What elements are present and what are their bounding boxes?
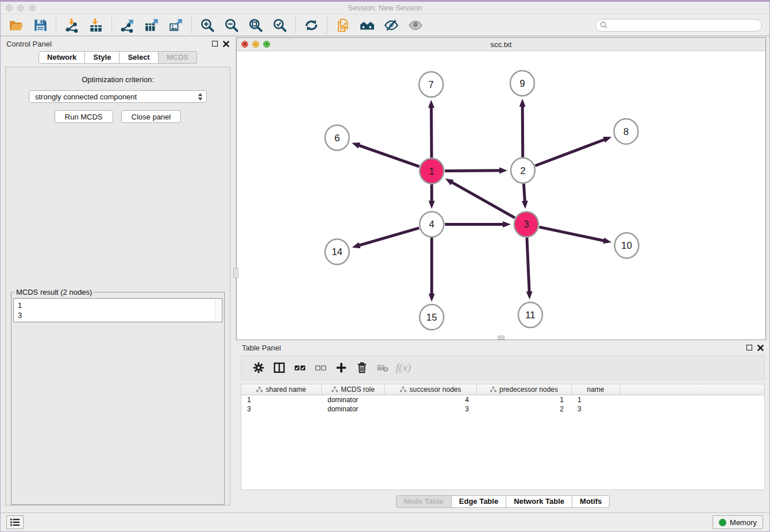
graph-node-10[interactable]: 10 xyxy=(615,233,639,258)
graph-edge-arrow xyxy=(526,291,533,299)
panel-splitter-grip[interactable] xyxy=(233,268,238,278)
graph-node-6[interactable]: 6 xyxy=(325,125,349,151)
graph-edge-4-14[interactable] xyxy=(359,228,419,246)
graph-edge-2-9[interactable] xyxy=(522,106,523,157)
column-header-MCDS-role[interactable]: MCDS role xyxy=(322,384,385,395)
graph-node-15[interactable]: 15 xyxy=(419,304,444,330)
table-cell[interactable]: 3 xyxy=(572,404,620,414)
search-input[interactable] xyxy=(610,21,753,29)
graph-node-7[interactable]: 7 xyxy=(419,72,443,97)
graph-node-3[interactable]: 3 xyxy=(514,211,538,237)
graph-node-4[interactable]: 4 xyxy=(419,211,444,237)
import-table-icon[interactable] xyxy=(87,17,105,34)
table-cell[interactable]: dominator xyxy=(322,395,385,404)
select-all-checks-icon[interactable] xyxy=(290,358,310,377)
deselect-all-checks-icon[interactable] xyxy=(310,358,331,377)
table-cell[interactable]: dominator xyxy=(322,404,385,414)
tab-mcds[interactable]: MCDS xyxy=(159,51,197,64)
table-cell[interactable]: 4 xyxy=(385,395,477,404)
mcds-result-line: 1 xyxy=(18,300,218,310)
tab-network-table[interactable]: Network Table xyxy=(506,495,572,508)
open-session-icon[interactable] xyxy=(7,17,25,34)
tab-node-table[interactable]: Node Table xyxy=(396,495,452,508)
column-header-predecessor-nodes[interactable]: predecessor nodes xyxy=(477,384,572,395)
close-panel-button[interactable]: Close panel xyxy=(121,110,182,123)
apply-layout-icon[interactable] xyxy=(302,17,321,34)
task-history-button[interactable] xyxy=(6,515,24,529)
graph-edge-3-10[interactable] xyxy=(539,227,605,241)
close-table-panel-icon[interactable] xyxy=(757,345,764,351)
table-cell[interactable]: 1 xyxy=(477,395,572,404)
search-icon xyxy=(600,21,607,29)
table-cell[interactable]: 1 xyxy=(241,395,322,404)
home-views-icon[interactable] xyxy=(358,17,376,34)
graph-edge-1-6[interactable] xyxy=(358,145,419,167)
tab-network[interactable]: Network xyxy=(38,51,85,64)
show-all-eye-icon[interactable] xyxy=(406,17,425,34)
function-builder-icon[interactable]: f(x) xyxy=(393,358,414,377)
export-network-icon[interactable] xyxy=(118,17,137,34)
zoom-fit-icon[interactable] xyxy=(247,17,265,34)
columns-icon[interactable] xyxy=(269,358,290,377)
save-session-icon[interactable] xyxy=(31,17,49,34)
tab-edge-table[interactable]: Edge Table xyxy=(452,495,506,508)
column-header-successor-nodes[interactable]: successor nodes xyxy=(385,384,477,395)
graph-edge-1-2[interactable] xyxy=(445,171,500,171)
graph-edge-1-7[interactable] xyxy=(432,107,432,158)
graph-node-14[interactable]: 14 xyxy=(325,239,349,264)
table-cell[interactable]: 1 xyxy=(572,395,620,404)
close-panel-icon[interactable] xyxy=(223,41,229,47)
network-canvas[interactable]: 7968124314101511 xyxy=(237,51,765,340)
float-panel-icon[interactable] xyxy=(212,41,218,47)
tab-motifs[interactable]: Motifs xyxy=(572,495,610,508)
table-cell[interactable]: 3 xyxy=(241,404,322,414)
canvas-resize-grip[interactable] xyxy=(498,336,505,340)
memory-button[interactable]: Memory xyxy=(713,515,763,529)
graph-edge-3-11[interactable] xyxy=(527,237,529,292)
toolbar-separator xyxy=(327,17,328,34)
graph-edge-arrow xyxy=(499,167,507,174)
add-row-icon[interactable] xyxy=(331,358,352,377)
table-panel: Table Panel f(x) sh xyxy=(236,340,769,512)
delete-row-trash-icon[interactable] xyxy=(352,358,372,377)
criterion-dropdown[interactable]: strongly connected component xyxy=(29,90,207,103)
graph-edge-arrow xyxy=(603,237,611,244)
optimization-criterion-label: Optimization criterion: xyxy=(82,75,154,84)
column-type-icon xyxy=(400,387,406,392)
delete-table-icon[interactable] xyxy=(372,358,393,377)
network-document-icon[interactable] xyxy=(334,17,352,34)
column-header-name[interactable]: name xyxy=(572,384,620,395)
graph-node-9[interactable]: 9 xyxy=(510,71,534,96)
network-graph: 7968124314101511 xyxy=(237,51,765,340)
control-panel-title: Control Panel xyxy=(6,40,52,48)
graph-node-8[interactable]: 8 xyxy=(614,119,638,144)
table-row[interactable]: 3dominator323 xyxy=(241,404,764,414)
column-type-icon xyxy=(332,387,338,392)
zoom-in-icon[interactable] xyxy=(198,17,217,34)
graph-node-11[interactable]: 11 xyxy=(518,302,542,327)
zoom-out-icon[interactable] xyxy=(222,17,241,34)
graph-edge-3-1[interactable] xyxy=(451,182,515,218)
mcds-result-box[interactable]: 1 3 xyxy=(13,298,222,322)
float-table-panel-icon[interactable] xyxy=(746,345,752,350)
settings-gear-icon[interactable] xyxy=(248,358,269,377)
column-header-shared-name[interactable]: shared name xyxy=(241,384,322,395)
svg-text:15: 15 xyxy=(426,312,437,323)
graph-node-1[interactable]: 1 xyxy=(419,159,444,184)
run-mcds-button[interactable]: Run MCDS xyxy=(55,110,113,123)
graph-node-2[interactable]: 2 xyxy=(511,158,535,183)
table-row[interactable]: 1dominator411 xyxy=(241,395,764,404)
table-cell[interactable]: 3 xyxy=(385,404,477,414)
tab-style[interactable]: Style xyxy=(85,51,120,64)
table-cell[interactable]: 2 xyxy=(477,404,572,414)
result-scrollbar[interactable] xyxy=(215,299,221,321)
export-image-icon[interactable] xyxy=(167,17,185,34)
graph-edge-2-3[interactable] xyxy=(523,183,525,202)
graph-edge-2-8[interactable] xyxy=(535,139,605,165)
zoom-selected-icon[interactable] xyxy=(271,17,289,34)
tab-select[interactable]: Select xyxy=(120,51,158,64)
hide-selected-eye-icon[interactable] xyxy=(382,17,401,34)
control-panel-header: Control Panel xyxy=(1,36,235,51)
export-table-icon[interactable] xyxy=(143,17,161,34)
import-network-icon[interactable] xyxy=(63,17,81,34)
